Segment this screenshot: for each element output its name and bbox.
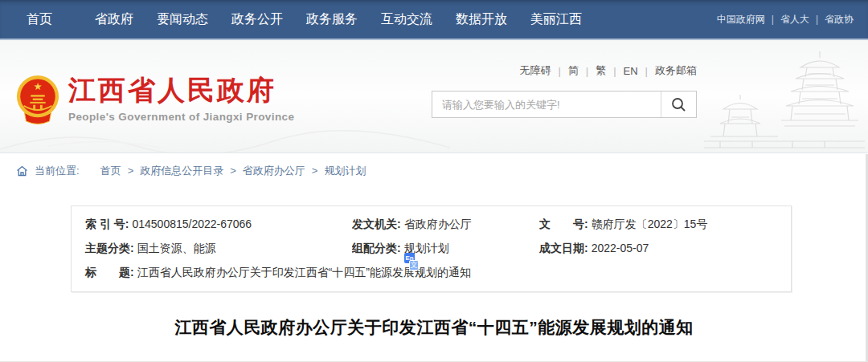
nav-menu-item[interactable]: 互动交流 [381, 11, 432, 28]
document-content: 索 引 号: 014500815/2022-67066 发文机关: 省政府办公厅… [0, 188, 868, 362]
meta-field: 文 号: 赣府厅发〔2022〕15号 [539, 218, 791, 232]
separator: | [613, 65, 616, 77]
meta-field-label: 发文机关: [352, 218, 401, 232]
nav-menu-item[interactable]: 政务服务 [306, 11, 358, 28]
meta-field: 标 题: 江西省人民政府办公厅关于印发江西省“十四五”能源发展规划的通知 [72, 266, 791, 280]
separator: | [816, 14, 818, 25]
utility-link[interactable]: 政务邮箱 [655, 63, 697, 78]
meta-field-value: 2022-05-07 [592, 242, 649, 254]
utility-link[interactable]: 繁 [596, 63, 606, 78]
external-site-link[interactable]: 中国政府网 [717, 13, 765, 26]
meta-field-label: 文 号: [539, 218, 588, 232]
page: 首页省政府要闻动态政务公开政务服务互动交流数据开放美丽江西 中国政府网|省人大|… [0, 0, 868, 362]
meta-field-label: 主题分类: [85, 242, 134, 256]
breadcrumb-link[interactable]: 首页 [100, 164, 121, 178]
separator: | [772, 14, 774, 25]
nav-menu: 首页省政府要闻动态政务公开政务服务互动交流数据开放美丽江西 [27, 11, 582, 28]
meta-field-label: 成文日期: [539, 242, 588, 256]
meta-field: 成文日期: 2022-05-07 [539, 242, 791, 256]
site-title: 江西省人民政府 [68, 76, 294, 104]
site-header: ★ 江西省人民政府 People's Government of Jiangxi… [0, 40, 868, 153]
nav-menu-item[interactable]: 首页 [27, 11, 52, 28]
home-icon[interactable] [16, 165, 28, 177]
separator: > [128, 165, 134, 177]
utility-link[interactable]: EN [624, 65, 638, 77]
national-emblem-logo: ★ [14, 74, 61, 125]
breadcrumb-location-label: 当前位置: [35, 164, 80, 178]
meta-field: 发文机关: 省政府办公厅 [352, 218, 539, 232]
separator: > [230, 165, 236, 177]
article-title: 江西省人民政府办公厅关于印发江西省“十四五”能源发展规划的通知 [0, 316, 868, 339]
separator: > [312, 165, 318, 177]
nav-menu-item[interactable]: 数据开放 [456, 11, 507, 28]
meta-field-label: 索 引 号: [85, 218, 129, 232]
meta-field-value: 赣府厅发〔2022〕15号 [592, 218, 708, 232]
meta-field-value: 省政府办公厅 [404, 218, 472, 232]
translate-wen-label: 文 [409, 260, 419, 270]
site-subtitle: People's Government of Jiangxi Province [68, 111, 294, 123]
separator: | [586, 65, 588, 77]
meta-field-label: 标 题: [85, 266, 134, 280]
nav-menu-item[interactable]: 要闻动态 [157, 11, 208, 28]
meta-field-value: 014500815/2022-67066 [132, 218, 252, 230]
utility-link[interactable]: 无障碍 [519, 63, 551, 78]
external-site-link[interactable]: 省政协 [825, 13, 854, 26]
translate-extension-badge[interactable]: En 文 [404, 253, 419, 270]
search-bar [432, 91, 697, 118]
breadcrumb-link[interactable]: 规划计划 [324, 164, 366, 178]
breadcrumb-link[interactable]: 政府信息公开目录 [140, 164, 223, 178]
utility-link[interactable]: 简 [568, 63, 579, 78]
meta-field-value: 国土资源、能源 [137, 242, 216, 256]
breadcrumb: 当前位置: 首页>政府信息公开目录>省政府办公厅>规划计划 [0, 153, 868, 188]
meta-row-title: 标 题: 江西省人民政府办公厅关于印发江西省“十四五”能源发展规划的通知 [72, 261, 791, 285]
external-site-link[interactable]: 省人大 [780, 13, 809, 26]
separator: | [645, 65, 648, 77]
top-navigation-bar: 首页省政府要闻动态政务公开政务服务互动交流数据开放美丽江西 中国政府网|省人大|… [0, 0, 868, 40]
search-icon [671, 97, 686, 112]
site-brand[interactable]: ★ 江西省人民政府 People's Government of Jiangxi… [14, 74, 294, 125]
nav-external-links: 中国政府网|省人大|省政协 [717, 13, 854, 26]
document-meta-table: 索 引 号: 014500815/2022-67066 发文机关: 省政府办公厅… [71, 205, 792, 292]
svg-text:★: ★ [33, 81, 42, 92]
meta-field: 索 引 号: 014500815/2022-67066 [72, 218, 352, 232]
nav-menu-item[interactable]: 政务公开 [231, 11, 283, 28]
meta-field: 组配分类: 规划计划 [352, 242, 539, 256]
meta-row: 主题分类: 国土资源、能源 组配分类: 规划计划 成文日期: 2022-05-0… [72, 237, 791, 261]
breadcrumb-link[interactable]: 省政府办公厅 [243, 164, 305, 178]
utility-links: 无障碍|简|繁|EN|政务邮箱 [519, 63, 697, 78]
nav-menu-item[interactable]: 省政府 [95, 11, 133, 28]
nav-menu-item[interactable]: 美丽江西 [530, 11, 582, 28]
meta-field-value: 江西省人民政府办公厅关于印发江西省“十四五”能源发展规划的通知 [137, 266, 471, 280]
search-input[interactable] [432, 92, 661, 117]
meta-field-label: 组配分类: [352, 242, 401, 256]
brand-text: 江西省人民政府 People's Government of Jiangxi P… [68, 76, 294, 123]
breadcrumb-links: 首页>政府信息公开目录>省政府办公厅>规划计划 [100, 164, 366, 178]
separator: | [558, 65, 560, 77]
search-button[interactable] [661, 92, 696, 117]
meta-field: 主题分类: 国土资源、能源 [72, 242, 352, 256]
meta-row: 索 引 号: 014500815/2022-67066 发文机关: 省政府办公厅… [72, 213, 791, 237]
pavilion-sketch-decoration [704, 50, 865, 153]
